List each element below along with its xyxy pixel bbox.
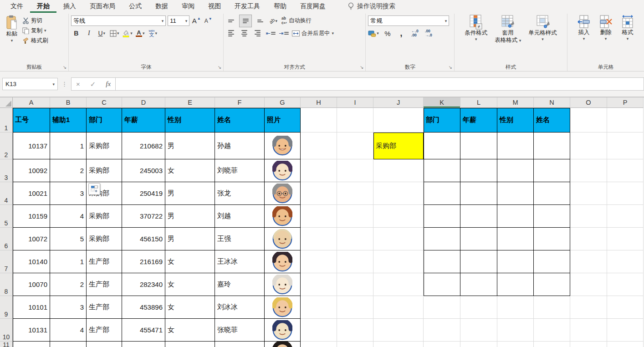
photo-嘉玲[interactable] xyxy=(265,273,301,296)
cell-F11[interactable] xyxy=(215,342,265,347)
name-box[interactable]: K13 ▾ xyxy=(2,78,58,90)
cell-F2[interactable]: 孙越 xyxy=(215,133,265,159)
cell-L9[interactable] xyxy=(460,296,497,319)
photo-刘晓菲[interactable] xyxy=(265,159,301,182)
copy-dropdown-arrow[interactable]: ▾ xyxy=(44,28,46,33)
align-center-button[interactable] xyxy=(239,28,249,38)
cell-L11[interactable] xyxy=(460,342,497,347)
cell-E9[interactable]: 女 xyxy=(165,296,215,319)
row-header-10[interactable]: 10 xyxy=(0,319,13,342)
cell-C1[interactable]: 部门 xyxy=(87,108,122,133)
cell-K11[interactable] xyxy=(424,342,460,347)
col-header-A[interactable]: A xyxy=(13,97,50,108)
cell-C10[interactable]: 生产部 xyxy=(87,319,122,342)
cell-M3[interactable] xyxy=(497,159,534,182)
cell-K2[interactable] xyxy=(424,133,460,159)
cell-M5[interactable] xyxy=(497,205,534,228)
cell-P10[interactable] xyxy=(607,319,644,342)
photo-孙越[interactable] xyxy=(265,133,301,159)
comma-style-button[interactable]: , xyxy=(396,28,406,38)
cell-F3[interactable]: 刘晓菲 xyxy=(215,159,265,182)
cell-B5[interactable]: 4 xyxy=(50,205,87,228)
row-header-5[interactable]: 5 xyxy=(0,205,13,228)
cell-H4[interactable] xyxy=(301,182,337,205)
row-header-7[interactable]: 7 xyxy=(0,250,13,273)
cell-P8[interactable] xyxy=(607,273,644,296)
cell-L8[interactable] xyxy=(460,273,497,296)
col-header-D[interactable]: D xyxy=(122,97,165,108)
cell-N8[interactable] xyxy=(534,273,570,296)
cell-C11[interactable] xyxy=(87,342,122,347)
cell-B11[interactable] xyxy=(50,342,87,347)
format-painter-button[interactable]: 格式刷 xyxy=(21,36,49,46)
cell-B6[interactable]: 5 xyxy=(50,228,87,250)
cell-I10[interactable] xyxy=(337,319,373,342)
cell-P4[interactable] xyxy=(607,182,644,205)
cell-I7[interactable] xyxy=(337,250,373,273)
tab-视图[interactable]: 视图 xyxy=(201,0,228,13)
cell-A8[interactable]: 10070 xyxy=(13,273,50,296)
cell-B4[interactable]: 3 xyxy=(50,182,87,205)
row-header-3[interactable]: 3 xyxy=(0,159,13,182)
cell-K8[interactable] xyxy=(424,273,460,296)
tab-文件[interactable]: 文件 xyxy=(4,0,30,13)
cell-O8[interactable] xyxy=(570,273,607,296)
cell-D5[interactable]: 370722 xyxy=(122,205,165,228)
cell-I6[interactable] xyxy=(337,228,373,250)
cell-A10[interactable]: 10131 xyxy=(13,319,50,342)
borders-button[interactable]: ▾ xyxy=(109,28,119,38)
cell-J11[interactable] xyxy=(373,342,424,347)
cell-L6[interactable] xyxy=(460,228,497,250)
cell-D8[interactable]: 282340 xyxy=(122,273,165,296)
cell-I9[interactable] xyxy=(337,296,373,319)
phonetic-guide-button[interactable]: wén 文 ▾ xyxy=(148,28,158,38)
accounting-format-button[interactable]: ▾ xyxy=(368,28,379,38)
cell-D9[interactable]: 453896 xyxy=(122,296,165,319)
photo-张龙[interactable] xyxy=(265,182,301,205)
cell-J1[interactable] xyxy=(373,108,424,133)
col-header-B[interactable]: B xyxy=(50,97,87,108)
col-header-E[interactable]: E xyxy=(165,97,215,108)
row-header-2[interactable]: 2 xyxy=(0,133,13,159)
cell-M1[interactable]: 性别 xyxy=(497,108,534,133)
align-right-button[interactable] xyxy=(252,28,262,38)
cell-C3[interactable]: 采购部 xyxy=(87,159,122,182)
cut-button[interactable]: 剪切 xyxy=(21,15,49,26)
cell-H6[interactable] xyxy=(301,228,337,250)
cell-G1[interactable]: 照片 xyxy=(265,108,301,133)
cell-K9[interactable] xyxy=(424,296,460,319)
cell-D3[interactable]: 245003 xyxy=(122,159,165,182)
cell-I4[interactable] xyxy=(337,182,373,205)
cell-B7[interactable]: 1 xyxy=(50,250,87,273)
cell-F8[interactable]: 嘉玲 xyxy=(215,273,265,296)
cell-N9[interactable] xyxy=(534,296,570,319)
photo-张晓菲[interactable] xyxy=(265,319,301,342)
decrease-font-size-button[interactable]: A▼ xyxy=(203,16,213,26)
cell-K5[interactable] xyxy=(424,205,460,228)
col-header-M[interactable]: M xyxy=(497,97,534,108)
increase-indent-button[interactable]: ⇥ xyxy=(279,28,289,38)
cell-L3[interactable] xyxy=(460,159,497,182)
cell-P2[interactable] xyxy=(607,133,644,159)
merge-center-button[interactable]: 合并后居中 ▾ xyxy=(292,28,334,38)
cell-C7[interactable]: 生产部 xyxy=(87,250,122,273)
cancel-icon[interactable]: × xyxy=(76,80,80,88)
cell-F7[interactable]: 王冰冰 xyxy=(215,250,265,273)
decrease-indent-button[interactable]: ⇤ xyxy=(266,28,276,38)
cell-O11[interactable] xyxy=(570,342,607,347)
number-dialog-launcher[interactable]: ↘ xyxy=(449,65,452,70)
formula-input[interactable] xyxy=(116,77,644,91)
photo-王强[interactable] xyxy=(265,228,301,250)
cell-P7[interactable] xyxy=(607,250,644,273)
cell-L1[interactable]: 年薪 xyxy=(460,108,497,133)
cell-O5[interactable] xyxy=(570,205,607,228)
cell-F4[interactable]: 张龙 xyxy=(215,182,265,205)
cell-J8[interactable] xyxy=(373,273,424,296)
photo-row11[interactable] xyxy=(265,342,301,347)
cell-B3[interactable]: 2 xyxy=(50,159,87,182)
tell-me-search[interactable]: 操作说明搜索 xyxy=(348,0,395,13)
cell-E10[interactable]: 女 xyxy=(165,319,215,342)
increase-font-size-button[interactable]: A▲ xyxy=(191,16,201,26)
cell-A6[interactable]: 10072 xyxy=(13,228,50,250)
cell-A4[interactable]: 10021 xyxy=(13,182,50,205)
